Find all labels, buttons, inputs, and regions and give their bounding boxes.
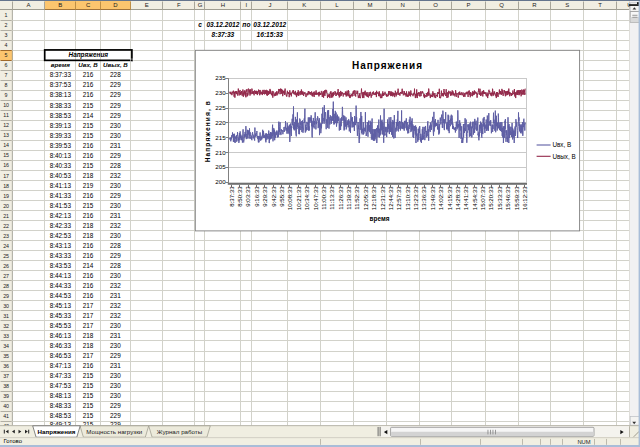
svg-text:8:50:33: 8:50:33: [236, 186, 243, 207]
svg-text:F: F: [177, 2, 181, 8]
svg-text:D: D: [113, 2, 118, 8]
svg-text:8:48:13: 8:48:13: [50, 392, 72, 399]
svg-text:1: 1: [5, 12, 8, 18]
svg-text:232: 232: [110, 222, 121, 229]
svg-text:13:36:33: 13:36:33: [420, 186, 427, 210]
svg-text:8:47:53: 8:47:53: [50, 382, 72, 389]
svg-text:220: 220: [215, 119, 226, 126]
svg-text:230: 230: [110, 132, 121, 139]
svg-text:230: 230: [110, 202, 121, 209]
svg-text:230: 230: [215, 89, 226, 96]
svg-text:219: 219: [83, 182, 94, 189]
svg-text:15:20:33: 15:20:33: [487, 186, 494, 210]
svg-text:8:43:13: 8:43:13: [50, 242, 72, 249]
svg-text:216: 216: [83, 142, 94, 149]
svg-text:13:23:33: 13:23:33: [412, 186, 419, 210]
svg-text:215: 215: [83, 102, 94, 109]
svg-text:215: 215: [83, 402, 94, 409]
svg-text:16:12:33: 16:12:33: [521, 186, 528, 210]
svg-text:7: 7: [5, 72, 8, 78]
svg-text:T: T: [598, 2, 602, 8]
svg-text:16: 16: [3, 162, 9, 168]
svg-text:O: O: [433, 2, 438, 8]
svg-text:8:37:33: 8:37:33: [212, 31, 235, 38]
svg-text:229: 229: [110, 102, 121, 109]
svg-text:228: 228: [110, 71, 121, 78]
svg-text:230: 230: [110, 182, 121, 189]
svg-text:8:47:13: 8:47:13: [50, 362, 72, 369]
svg-text:13:10:33: 13:10:33: [404, 186, 411, 210]
svg-text:8:39:53: 8:39:53: [50, 142, 72, 149]
svg-text:с: с: [198, 21, 202, 28]
svg-text:Журнал работы: Журнал работы: [157, 428, 203, 435]
svg-text:9: 9: [5, 92, 8, 98]
svg-text:35: 35: [3, 353, 9, 359]
svg-text:230: 230: [110, 272, 121, 279]
svg-text:C: C: [86, 2, 91, 8]
svg-text:231: 231: [110, 212, 121, 219]
svg-text:K: K: [302, 2, 306, 8]
svg-text:G: G: [198, 2, 203, 8]
svg-text:230: 230: [110, 392, 121, 399]
svg-text:8:41:33: 8:41:33: [50, 192, 72, 199]
svg-text:20: 20: [3, 203, 9, 209]
svg-text:8:38:13: 8:38:13: [50, 91, 72, 98]
svg-text:215: 215: [83, 382, 94, 389]
svg-text:Мощность нагрузки: Мощность нагрузки: [86, 428, 143, 435]
svg-text:216: 216: [83, 292, 94, 299]
svg-text:8:42:13: 8:42:13: [50, 212, 72, 219]
svg-text:12:31:33: 12:31:33: [379, 186, 386, 210]
svg-text:8:44:53: 8:44:53: [50, 292, 72, 299]
svg-text:229: 229: [110, 81, 121, 88]
svg-text:228: 228: [110, 262, 121, 269]
svg-text:N: N: [401, 2, 405, 8]
svg-text:Напряжения: Напряжения: [38, 428, 76, 435]
svg-text:11: 11: [3, 112, 9, 118]
svg-text:NUM: NUM: [577, 439, 590, 445]
svg-text:26: 26: [3, 263, 9, 269]
svg-text:33: 33: [3, 333, 9, 339]
svg-text:228: 228: [110, 242, 121, 249]
svg-text:8:38:33: 8:38:33: [50, 102, 72, 109]
svg-text:216: 216: [83, 242, 94, 249]
svg-text:216: 216: [83, 71, 94, 78]
svg-text:время: время: [370, 215, 390, 223]
svg-text:Q: Q: [499, 2, 504, 8]
svg-text:38: 38: [3, 383, 9, 389]
svg-text:03.12.2012: 03.12.2012: [253, 21, 286, 28]
svg-text:229: 229: [110, 352, 121, 359]
svg-text:A: A: [27, 2, 31, 8]
svg-text:8:43:53: 8:43:53: [50, 262, 72, 269]
svg-text:232: 232: [110, 282, 121, 289]
svg-text:12:05:33: 12:05:33: [362, 186, 369, 210]
svg-text:R: R: [532, 2, 537, 8]
svg-text:34: 34: [3, 343, 9, 349]
svg-text:14:28:33: 14:28:33: [454, 186, 461, 210]
svg-text:Uвх, В: Uвх, В: [552, 141, 571, 148]
svg-text:229: 229: [110, 412, 121, 419]
svg-text:8:39:13: 8:39:13: [50, 122, 72, 129]
svg-text:39: 39: [3, 393, 9, 399]
svg-text:217: 217: [83, 312, 94, 319]
svg-text:8:37:33: 8:37:33: [50, 71, 72, 78]
svg-text:228: 228: [110, 162, 121, 169]
svg-text:8:43:33: 8:43:33: [50, 252, 72, 259]
svg-text:215: 215: [215, 134, 226, 141]
svg-text:10:47:33: 10:47:33: [312, 186, 319, 210]
svg-text:15:33:33: 15:33:33: [496, 186, 503, 210]
svg-text:210: 210: [215, 149, 226, 156]
svg-text:218: 218: [83, 332, 94, 339]
svg-text:231: 231: [110, 362, 121, 369]
svg-text:215: 215: [83, 412, 94, 419]
svg-text:3: 3: [5, 32, 8, 38]
svg-text:229: 229: [110, 192, 121, 199]
svg-text:8:40:13: 8:40:13: [50, 152, 72, 159]
svg-text:S: S: [565, 2, 569, 8]
svg-text:8:44:13: 8:44:13: [50, 272, 72, 279]
svg-text:8:42:53: 8:42:53: [50, 232, 72, 239]
svg-text:215: 215: [83, 392, 94, 399]
svg-text:12:18:33: 12:18:33: [370, 186, 377, 210]
svg-text:218: 218: [83, 222, 94, 229]
svg-text:216: 216: [83, 152, 94, 159]
svg-text:13:49:33: 13:49:33: [429, 186, 436, 210]
